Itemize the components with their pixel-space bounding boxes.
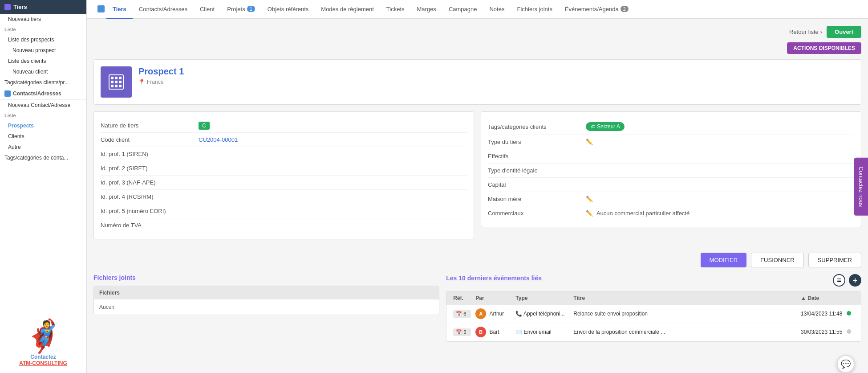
tab-notes[interactable]: Notes [483,0,511,19]
prospect-card: Prospect 1 📍 France [93,59,861,105]
prospect-name: Prospect 1 [138,66,854,77]
svg-rect-7 [111,85,114,87]
retour-liste-button[interactable]: Retour liste › [789,29,822,35]
sidebar-item-tags-contacts[interactable]: Tags/catégories de conta... [0,152,86,163]
sidebar-item-prospects[interactable]: Prospects [0,120,86,131]
tab-evenements-badge: 2 [621,6,629,12]
calendar-icon-1: 📅 [456,311,462,317]
form-right-col: Tags/catégories clients Secteur A Type d… [481,111,861,246]
col-header-par: Par [473,295,513,301]
tab-evenements[interactable]: Événements/Agenda 2 [559,0,635,19]
table-row[interactable]: 📅 5 B Bart ✉️ Envoi email Envoi de [446,323,861,341]
supprimer-button[interactable]: SUPPRIMER [808,253,861,267]
form-two-col: Nature de tiers C Code client CU2004-000… [93,111,861,246]
label-siret: Id. prof. 2 (SIRET) [101,165,199,172]
tab-tickets[interactable]: Tickets [380,0,411,19]
events-table-header: Réf. Par Type Titre ▲ Date [446,291,861,305]
ref-badge-1: 📅 6 [453,310,471,318]
row2-date: 30/03/2023 11:55 [799,329,856,335]
form-row-commerciaux: Commerciaux ✏️ Aucun commercial particul… [488,206,854,220]
sidebar-footer: 🦸 Contactez ATM-CONSULTING [0,314,86,373]
value-commerciaux: ✏️ Aucun commercial particulier affecté [586,210,854,217]
label-siren: Id. prof. 1 (SIREN) [101,151,199,157]
sidebar-item-nouveau-contact[interactable]: Nouveau Contact/Adresse [0,100,86,111]
table-row[interactable]: 📅 6 A Arthur 📞 Appel téléphoni... [446,305,861,323]
modifier-button[interactable]: MODIFIER [701,253,747,267]
row2-titre: Envoi de la proposition commerciale ... [571,329,799,335]
tiers-tab-icon [97,5,105,12]
form-row-tva: Numéro de TVA [101,218,467,232]
tab-tiers[interactable]: Tiers [106,0,133,19]
label-capital: Capital [488,181,586,188]
prospect-country: 📍 France [138,79,854,85]
row2-par: B Bart [473,327,513,337]
edit-icon-commerciaux[interactable]: ✏️ [586,210,593,217]
contact-side-button[interactable]: Contactez nous [854,157,868,215]
form-row-eori: Id. prof. 5 (numéro EORI) [101,204,467,218]
row1-type: 📞 Appel téléphoni... [513,311,571,317]
tiers-icon-box [4,4,11,10]
contacts-icon-box [4,90,11,97]
sidebar-item-nouveau-prospect[interactable]: Nouveau prospect [0,45,86,56]
sidebar-item-nouveau-client[interactable]: Nouveau client [0,66,86,77]
retour-liste-label: Retour liste [789,29,819,35]
prospect-icon [101,66,132,98]
form-row-naf: Id. prof. 3 (NAF-APE) [101,176,467,190]
row1-titre: Relance suite envoi proposition [571,311,799,317]
status-ouvert-button[interactable]: Ouvert [827,26,861,38]
fusionner-button[interactable]: FUSIONNER [751,253,804,267]
tab-fichiers-joints[interactable]: Fichiers joints [511,0,558,19]
events-title: Les 10 derniers événements liés [446,275,542,282]
sidebar-item-liste-prospects[interactable]: Liste des prospects [0,34,86,45]
sidebar-company-text[interactable]: ATM-CONSULTING [7,360,80,366]
nature-badge: C [199,122,210,130]
chat-icon: 💬 [841,359,851,369]
sidebar: Tiers Nouveau tiers Liste Liste des pros… [0,0,87,373]
sidebar-item-clients[interactable]: Clients [0,131,86,142]
tab-marges[interactable]: Marges [411,0,442,19]
edit-icon-maison-mere[interactable]: ✏️ [586,196,593,202]
value-type-tiers: ✏️ [586,139,854,145]
tab-tiers-icon[interactable] [91,0,106,19]
email-icon-1: ✉️ [515,329,522,335]
events-add-button[interactable]: + [849,274,861,287]
form-row-capital: Capital [488,178,854,192]
tab-modes-reglement[interactable]: Modes de règlement [315,0,380,19]
calendar-icon-2: 📅 [456,329,462,335]
tab-client[interactable]: Client [194,0,221,19]
value-tags: Secteur A [586,122,854,131]
sidebar-item-autre[interactable]: Autre [0,142,86,152]
avatar-arthur: A [475,308,486,319]
avatar-bart: B [475,327,486,337]
content-area: Retour liste › Ouvert ACTIONS DISPONIBLE… [87,19,868,373]
tab-projets-badge: 1 [247,6,255,12]
status-dot-2 [847,329,851,334]
form-row-effectifs: Effectifs [488,149,854,164]
label-type-tiers: Type du tiers [488,139,586,145]
events-menu-button[interactable]: ≡ [833,274,845,287]
label-rcs: Id. prof. 4 (RCS/RM) [101,193,199,200]
sidebar-label-liste-contacts: Liste [0,111,86,120]
edit-icon-type-tiers[interactable]: ✏️ [586,139,593,145]
sidebar-item-tags-clients[interactable]: Tags/catégories clients/pr... [0,77,86,88]
label-commerciaux: Commerciaux [488,210,586,217]
form-left-col: Nature de tiers C Code client CU2004-000… [93,111,474,246]
tab-contacts-adresses[interactable]: Contacts/Adresses [133,0,194,19]
sidebar-label-liste-tiers: Liste [0,25,86,34]
tab-campagne[interactable]: Campagne [442,0,483,19]
col-header-ref: Réf. [451,295,473,301]
tab-objets-referents[interactable]: Objets référents [261,0,315,19]
label-code-client: Code client [101,136,199,143]
actions-disponibles-button[interactable]: ACTIONS DISPONIBLES [787,42,861,54]
sidebar-item-liste-clients[interactable]: Liste des clients [0,56,86,66]
tag-secteur-a: Secteur A [586,122,625,131]
svg-rect-5 [115,81,118,83]
tab-projets[interactable]: Projets 1 [221,0,261,19]
top-actions-row: Retour liste › Ouvert [93,26,861,38]
row2-ref: 📅 5 [451,328,473,336]
chat-bubble-button[interactable]: 💬 [837,355,855,373]
label-naf: Id. prof. 3 (NAF-APE) [101,179,199,186]
form-row-maison-mere: Maison mère ✏️ [488,192,854,206]
sidebar-item-nouveau-tiers[interactable]: Nouveau tiers [0,14,86,25]
sidebar-contacts-title: Contacts/Adresses [13,90,61,97]
